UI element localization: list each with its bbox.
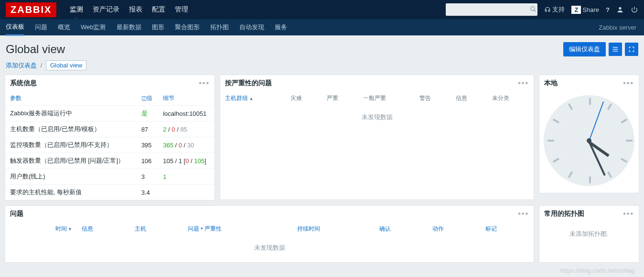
sysinfo-hdr-detail[interactable]: 细节 (158, 91, 215, 106)
clock-title: 本地 (544, 79, 623, 88)
severity-title: 按严重性的问题 (225, 79, 518, 88)
prob-hdr-ack[interactable]: 确认 (375, 222, 428, 236)
sev-hdr-disaster: 灾难 (286, 91, 322, 105)
fullscreen-button[interactable] (625, 43, 638, 56)
user-icon[interactable] (616, 6, 624, 13)
problems-nodata: 未发现数据 (5, 236, 534, 260)
sysinfo-detail: 365 / 0 / 30 (158, 137, 215, 153)
clock-menu-icon[interactable]: ••• (623, 79, 634, 88)
nav-monitoring[interactable]: 监测 (70, 5, 83, 14)
widget-maps: 常用的拓扑图 ••• 未添加拓扑图. (539, 205, 639, 263)
widget-clock: 本地 ••• (539, 75, 639, 193)
share-link[interactable]: ZShare (571, 6, 599, 14)
prob-hdr-host[interactable]: 主机 (130, 222, 183, 236)
title-bar: Global view 编辑仪表盘 (0, 35, 644, 61)
sysinfo-param: Zabbix服务器端运行中 (5, 106, 137, 122)
nav-reports[interactable]: 报表 (129, 5, 142, 14)
maps-title: 常用的拓扑图 (544, 210, 623, 218)
sysinfo-value: 3 (137, 169, 159, 185)
sysinfo-menu-icon[interactable]: ••• (199, 79, 210, 88)
edit-dashboard-button[interactable]: 编辑仪表盘 (563, 42, 606, 56)
sysinfo-param: 主机数量（已启用/已禁用/模板） (5, 122, 137, 137)
sysinfo-table: 参数 ◫值 细节 Zabbix服务器端运行中是localhost:10051主机… (5, 91, 215, 200)
sysinfo-title: 系统信息 (10, 79, 199, 88)
problems-title: 问题 (10, 210, 518, 218)
logo[interactable]: ZABBIX (6, 2, 56, 17)
subnav-services[interactable]: 服务 (275, 23, 287, 32)
sysinfo-detail: 105 / 1 [0 / 105] (158, 153, 215, 169)
sysinfo-row: 主机数量（已启用/已禁用/模板）872 / 0 / 85 (5, 122, 215, 137)
sev-hdr-high: 严重 (322, 91, 358, 105)
sysinfo-row: 监控项数量（已启用/已禁用/不支持）395365 / 0 / 30 (5, 137, 215, 153)
prob-hdr-duration[interactable]: 持续时间 (292, 222, 375, 236)
prob-hdr-tags[interactable]: 标记 (481, 222, 534, 236)
sysinfo-value: 395 (137, 137, 159, 153)
subnav-web[interactable]: Web监测 (81, 23, 106, 32)
hamburger-icon (612, 45, 619, 53)
maps-menu-icon[interactable]: ••• (623, 210, 634, 218)
subnav-problems[interactable]: 问题 (35, 23, 47, 32)
sysinfo-hdr-param[interactable]: 参数 (5, 91, 137, 106)
prob-hdr-info[interactable]: 信息 (77, 222, 130, 236)
sev-hdr-info: 信息 (451, 91, 487, 105)
nav-admin[interactable]: 管理 (175, 5, 188, 14)
search-box[interactable] (446, 3, 537, 16)
subnav-screens[interactable]: 聚合图形 (175, 23, 200, 32)
severity-nodata: 未发现数据 (220, 105, 534, 129)
subnav-dashboard[interactable]: 仪表板 (6, 22, 24, 36)
problems-menu-icon[interactable]: ••• (518, 210, 529, 218)
nav-config[interactable]: 配置 (152, 5, 165, 14)
sysinfo-param: 用户数(线上) (5, 169, 137, 185)
sysinfo-param: 触发器数量（已启用/已禁用 [问题/正常]） (5, 153, 137, 169)
sev-hdr-hostgroup[interactable]: 主机群组 (220, 91, 286, 105)
headset-icon (544, 6, 551, 13)
sysinfo-detail (158, 185, 215, 200)
subnav-maps[interactable]: 拓扑图 (210, 23, 229, 32)
severity-menu-icon[interactable]: ••• (518, 79, 529, 88)
subnav-latest[interactable]: 最新数据 (117, 23, 141, 32)
search-input[interactable] (450, 6, 530, 13)
clock-second-hand (589, 101, 604, 141)
subnav-discovery[interactable]: 自动发现 (239, 23, 264, 32)
bc-current[interactable]: Global view (46, 60, 86, 70)
sysinfo-row: 用户数(线上)31 (5, 169, 215, 185)
subnav-overview[interactable]: 概览 (58, 23, 70, 32)
sysinfo-detail: localhost:10051 (158, 106, 215, 122)
sysinfo-value: 87 (137, 122, 159, 137)
sysinfo-row: 要求的主机性能, 每秒新值3.4 (5, 185, 215, 200)
svg-line-1 (534, 10, 536, 11)
widget-problems: 问题 ••• 时间 信息 主机 问题 • 严重性 持续时间 确认 动作 标记 未… (5, 205, 534, 263)
sev-hdr-warning: 警告 (415, 91, 451, 105)
prob-hdr-time[interactable]: 时间 (5, 222, 77, 236)
sysinfo-detail: 1 (158, 169, 215, 185)
subnav-graphs[interactable]: 图形 (152, 23, 164, 32)
sysinfo-param: 要求的主机性能, 每秒新值 (5, 185, 137, 200)
sysinfo-param: 监控项数量（已启用/已禁用/不支持） (5, 137, 137, 153)
page-title: Global view (6, 43, 563, 56)
sysinfo-value: 3.4 (137, 185, 159, 200)
widget-severity: 按严重性的问题 ••• 主机群组 灾难 严重 一般严重 警告 信息 未分类 未发… (220, 75, 534, 200)
prob-hdr-action[interactable]: 动作 (428, 222, 481, 236)
prob-hdr-problem[interactable]: 问题 • 严重性 (183, 222, 292, 236)
nav-inventory[interactable]: 资产记录 (93, 5, 119, 14)
sysinfo-hdr-value[interactable]: ◫值 (137, 91, 159, 106)
top-icons: 支持 ZShare ? (544, 5, 638, 14)
support-link[interactable]: 支持 (544, 5, 565, 14)
clock-face (544, 95, 634, 186)
sev-hdr-notclassified: 未分类 (487, 91, 534, 105)
sysinfo-detail: 2 / 0 / 85 (158, 122, 215, 137)
bc-add-dashboard[interactable]: 添加仪表盘 (6, 62, 37, 69)
server-name[interactable]: Zabbix server (599, 24, 636, 31)
power-icon[interactable] (631, 6, 638, 13)
support-label: 支持 (552, 5, 565, 14)
widget-sysinfo: 系统信息 ••• 参数 ◫值 细节 Zabbix服务器端运行中是localhos… (5, 75, 215, 200)
sysinfo-value: 是 (137, 106, 159, 122)
top-nav: ZABBIX 监测 资产记录 报表 配置 管理 支持 ZShare ? (0, 0, 644, 19)
sev-hdr-average: 一般严重 (358, 91, 415, 105)
sysinfo-value: 106 (137, 153, 159, 169)
search-icon[interactable] (530, 6, 537, 14)
menu-button[interactable] (609, 43, 622, 56)
expand-icon (628, 46, 635, 53)
maps-empty: 未添加拓扑图. (539, 222, 639, 246)
help-icon[interactable]: ? (606, 6, 610, 13)
